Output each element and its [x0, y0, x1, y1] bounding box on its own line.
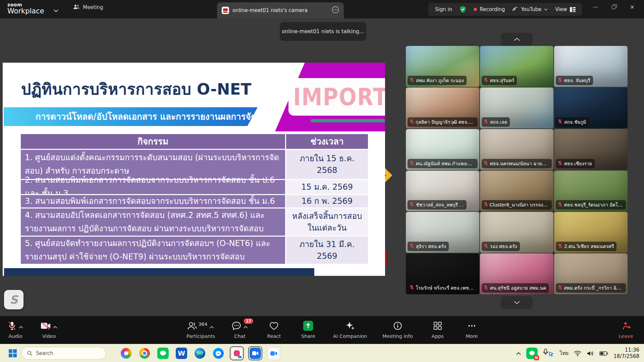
speaker-icon[interactable] [587, 351, 594, 356]
time-cell: ภายใน 31 มี.ค. 2569 [286, 237, 368, 265]
participant-tile[interactable]: ศธจ.สุรินทร์ [480, 46, 553, 87]
schedule-table-row: 3. สนามสอบพิมพ์เอกสารการจัดสอบจากระบบบริ… [21, 195, 368, 208]
audio-button[interactable]: Audio [6, 321, 25, 339]
participant-tile[interactable]: ศธจ.ชลบุรี_รัตนอาภา อัตโตหิ [554, 171, 628, 212]
talking-toast: online-meet01 niets is talking... [280, 22, 366, 41]
edge-icon[interactable] [193, 347, 207, 360]
share-icon [303, 321, 313, 332]
grid-scroll-down-button[interactable] [501, 296, 533, 309]
mic-muted-icon [557, 202, 562, 208]
participant-name-pill: ศน.ณัฐนันท์ สพม.กำแพงเพชร [408, 159, 478, 168]
participant-tile[interactable]: Cluster8_นางนิสา บรรจงการ... [480, 171, 553, 212]
tab-meeting[interactable]: Meeting [73, 4, 103, 11]
participant-tile[interactable]: ศน.ณัฐนันท์ สพม.กำแพงเพชร [406, 129, 479, 170]
participant-name-pill: ชัชวาลย์_สถจ_ลพบุรี . . [408, 200, 467, 209]
line-icon[interactable] [156, 347, 170, 360]
participant-tile[interactable]: สพม.ตรัง กระบี่ _กรวิกา ฉินน... [554, 253, 628, 294]
more-icon [467, 321, 477, 331]
react-label: React [267, 334, 281, 339]
ai-companion-label: AI Companion [333, 334, 367, 339]
participant-name-pill: สพม.พังงา ภูเก็ต ระนอง [408, 76, 467, 85]
participant-tile[interactable]: ชัชวาลย์_สถจ_ลพบุรี . . [406, 171, 479, 212]
chat-button[interactable]: 17Chat [230, 321, 249, 339]
caret-up-icon[interactable] [244, 323, 248, 330]
messenger-icon[interactable] [212, 347, 225, 360]
caret-up-icon[interactable] [53, 323, 57, 330]
participant-tile[interactable]: กุลธิดา ปัญญาจิรวุฒิ ศธจ.นค... [406, 87, 479, 128]
zoom-app-icon[interactable] [267, 347, 280, 360]
meeting-info-button[interactable]: Meeting info [382, 321, 413, 339]
participant-tile[interactable]: สพม.พังงา ภูเก็ต ระนอง [406, 46, 479, 87]
participant-name-pill: รอง ศธจ.ตรัง [482, 242, 520, 251]
participant-tile[interactable]: 2.ศน.วิเชียร สพมนครศรี [554, 212, 628, 253]
participant-name-pill: ศธจ.สุรินทร์ [482, 76, 517, 85]
schedule-table: กิจกรรม ช่วงเวลา 1. ศูนย์สอบแต่งตั้งคณะก… [21, 134, 368, 265]
apps-button[interactable]: Apps [428, 321, 447, 339]
ai-companion-button[interactable]: AI Companion [333, 321, 367, 339]
presenter-app-logo[interactable]: S [4, 290, 23, 309]
participant-name-pill: ศน.สุรัชนี อยู่สบาย สพม.นค [482, 283, 549, 293]
caret-up-icon[interactable] [19, 323, 23, 330]
line-camera-icon[interactable] [230, 347, 244, 360]
react-button[interactable]: React [265, 321, 283, 339]
participant-name: ศน.ณัฐนันท์ สพม.กำแพงเพชร [416, 160, 475, 167]
mic-muted-icon [483, 77, 488, 83]
participant-tile[interactable]: รอง ศธจ.ตรัง [480, 212, 553, 253]
video-button[interactable]: Video [40, 321, 58, 339]
tab-more-icon[interactable] [332, 6, 339, 15]
livestream-youtube-button[interactable]: YouTube [512, 6, 548, 13]
grid-scroll-up-button[interactable] [501, 33, 533, 46]
recording-dot-icon [474, 8, 477, 11]
chevron-down-icon [514, 301, 520, 304]
view-button[interactable]: View [555, 6, 576, 12]
battery-icon[interactable] [599, 351, 608, 356]
participant-tile[interactable]: สุจิรา ศธจ.ตรัง [406, 212, 479, 253]
security-shield-icon[interactable] [460, 6, 466, 13]
wifi-icon[interactable] [574, 351, 581, 356]
leave-button[interactable]: Leave [616, 321, 635, 339]
participant-tile[interactable]: ศธจ. จันทบุรี [554, 46, 628, 87]
participant-tile[interactable]: ศธจ.นครพนม/นัยนา ฉายวงค์ [480, 129, 553, 170]
close-button[interactable]: ✕ [625, 0, 640, 14]
caret-up-icon[interactable] [210, 323, 214, 330]
participant-name-pill: โรมรักษ์ หริ่งระรี่ ศธจ.เพชรบุรี [408, 283, 478, 293]
tab-camera-feed[interactable]: online-meet01 niets's camera [217, 2, 344, 18]
line-notification-icon[interactable] [526, 348, 538, 359]
participants-button[interactable]: 364Participants [186, 321, 215, 339]
tray-expand-chevron-icon[interactable] [516, 352, 521, 355]
chevron-down-icon[interactable] [54, 7, 58, 14]
participant-tile[interactable]: สถจ.ชัยภูมิ [554, 87, 628, 128]
slide-subtitle-banner: การดาวน์โหลด/อัปโหลดเอกสาร และการรายงานผ… [4, 107, 258, 126]
keyboard-language-indicator[interactable]: ไทย [560, 349, 569, 357]
chrome-icon[interactable] [138, 347, 151, 360]
layout-icon [570, 7, 576, 12]
sign-in-button[interactable]: Sign in [435, 6, 452, 12]
participant-tile[interactable]: ศน.สุรัชนี อยู่สบาย สพม.นค [480, 253, 553, 294]
windows-start-icon[interactable] [9, 349, 17, 357]
pinwheel-browser-icon[interactable] [119, 347, 133, 360]
important-band: IMPORTANT [288, 78, 385, 116]
participants-count: 364 [198, 321, 207, 327]
blue-app-icon[interactable] [249, 347, 262, 360]
clock[interactable]: 11:36 18/7/2568 [613, 347, 639, 360]
participant-tile[interactable]: สถจ.เลย [480, 87, 553, 128]
word-icon[interactable]: W [175, 347, 188, 360]
more-button[interactable]: More [463, 321, 481, 339]
mic-muted-icon [483, 119, 488, 125]
restore-button[interactable] [606, 0, 621, 14]
participant-tile[interactable]: โรมรักษ์ หริ่งระรี่ ศธจ.เพชรบุรี [406, 253, 479, 294]
taskbar-search-input[interactable]: Search [21, 347, 106, 360]
tab-meeting-label: Meeting [83, 4, 103, 10]
participant-name: ศธจ.สุรินทร์ [490, 77, 514, 84]
participant-name: ชัชวาลย์_สถจ_ลพบุรี . . [416, 201, 464, 208]
participant-name: ศธจ. จันทบุรี [564, 77, 590, 84]
tray-mic-cursor-icon[interactable] [543, 349, 554, 358]
mic-muted-icon [8, 321, 16, 332]
tab-camera-title: online-meet01 niets's camera [232, 7, 328, 13]
recording-indicator[interactable]: Recording [474, 6, 505, 12]
minimize-button[interactable] [588, 0, 603, 14]
schedule-table-row: 5. ศูนย์สอบจัดทำรายงานผลการปฏิบัติงานการ… [21, 237, 368, 265]
participant-tile[interactable]: ศธจ.เชียงราย [554, 129, 628, 170]
share-button[interactable]: Share [299, 321, 318, 339]
participant-name-pill: สถจ.ชัยภูมิ [556, 117, 589, 127]
